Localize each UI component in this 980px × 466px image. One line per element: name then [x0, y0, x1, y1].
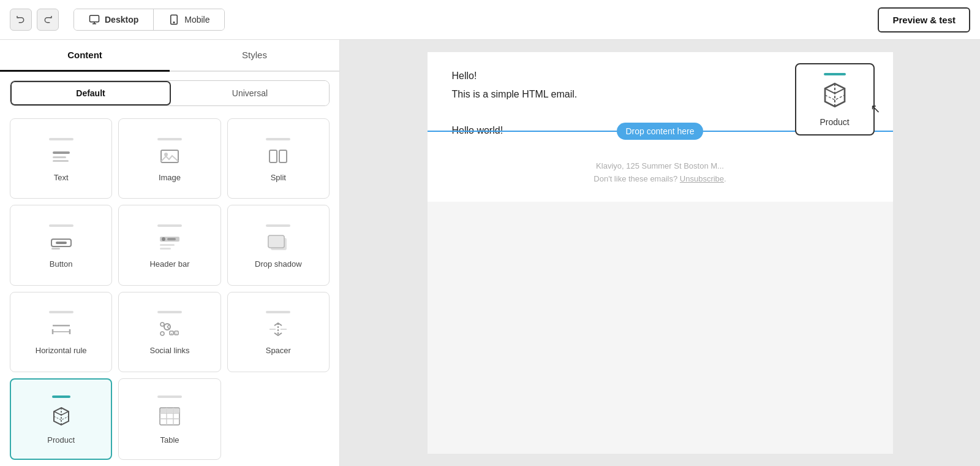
block-button[interactable]: Button — [10, 205, 112, 285]
block-header-bar-label: Header bar — [149, 259, 189, 269]
block-split[interactable]: Split — [227, 118, 330, 199]
block-spacer-bar — [266, 311, 290, 313]
svg-rect-30 — [170, 331, 173, 335]
block-table-label: Table — [160, 435, 179, 445]
block-text-bar — [49, 138, 74, 140]
block-image-label: Image — [159, 173, 181, 182]
desktop-label: Desktop — [105, 15, 138, 25]
svg-point-4 — [173, 22, 175, 23]
email-footer: Klaviyo, 125 Summer St Boston M... Don't… — [428, 149, 893, 202]
button-icon — [50, 234, 73, 254]
mobile-label: Mobile — [184, 15, 209, 25]
undo-button[interactable] — [10, 9, 32, 31]
block-drop-shadow[interactable]: Drop shadow — [227, 205, 330, 285]
block-horizontal-rule-label: Horizontal rule — [36, 346, 87, 355]
block-product-label: Product — [47, 435, 75, 445]
block-product[interactable]: Product — [10, 378, 112, 460]
svg-point-29 — [160, 332, 164, 335]
mode-default-button[interactable]: Default — [10, 81, 171, 105]
social-links-icon: f — [159, 321, 181, 341]
footer-address: Klaviyo, 125 Summer St Boston M... — [452, 161, 869, 170]
svg-rect-11 — [279, 150, 287, 162]
desktop-view-button[interactable]: Desktop — [74, 9, 154, 30]
top-bar: Desktop Mobile Preview & test — [0, 0, 980, 40]
svg-rect-0 — [90, 15, 99, 22]
toolbar-left: Desktop Mobile — [10, 9, 225, 31]
email-container: Hello! This is a simple HTML email. Hell… — [428, 52, 893, 454]
text-icon — [51, 148, 71, 168]
svg-rect-17 — [167, 238, 176, 240]
email-row: Hello world! Drop content here — [428, 112, 893, 149]
spacer-icon — [267, 321, 289, 341]
product-card-wrapper: Product ↖ — [795, 63, 875, 136]
svg-point-28 — [160, 323, 164, 326]
toolbar-right: Preview & test — [878, 7, 970, 32]
block-image[interactable]: Image — [118, 118, 221, 199]
block-split-bar — [266, 138, 290, 140]
blocks-grid: Text Image — [0, 112, 339, 466]
block-drop-shadow-bar — [266, 224, 290, 227]
svg-rect-13 — [56, 242, 67, 244]
block-header-bar[interactable]: Header bar — [118, 205, 221, 285]
svg-point-16 — [162, 237, 165, 241]
block-image-bar — [157, 138, 182, 140]
mode-universal-button[interactable]: Universal — [171, 81, 329, 105]
block-table-bar — [157, 395, 182, 398]
table-icon — [159, 405, 181, 430]
unsubscribe-link[interactable]: Unsubscribe — [680, 174, 724, 183]
svg-rect-10 — [270, 150, 277, 162]
block-product-bar — [52, 395, 70, 398]
block-social-links-label: Social links — [149, 346, 189, 355]
view-toggle: Desktop Mobile — [74, 9, 225, 31]
block-horizontal-rule[interactable]: Horizontal rule — [10, 292, 112, 372]
block-header-bar-bar — [157, 224, 182, 227]
block-social-links[interactable]: f Social links — [118, 292, 221, 372]
svg-rect-42 — [160, 408, 166, 413]
product-card-icon — [820, 80, 850, 112]
tab-content[interactable]: Content — [0, 40, 170, 72]
split-icon — [268, 148, 288, 168]
block-spacer-label: Spacer — [266, 346, 291, 355]
block-split-label: Split — [271, 173, 286, 182]
product-card[interactable]: Product — [795, 63, 875, 136]
header-bar-icon — [159, 234, 181, 254]
svg-rect-18 — [160, 244, 175, 246]
sidebar-tab-bar: Content Styles — [0, 40, 339, 72]
sidebar: Content Styles Default Universal — [0, 40, 340, 466]
svg-rect-8 — [161, 150, 178, 162]
main-layout: Content Styles Default Universal — [0, 40, 980, 466]
svg-rect-44 — [174, 408, 179, 413]
mobile-view-button[interactable]: Mobile — [154, 9, 224, 30]
svg-rect-14 — [51, 248, 60, 250]
image-icon — [160, 148, 179, 168]
block-text-label: Text — [54, 173, 69, 182]
redo-button[interactable] — [37, 9, 59, 31]
footer-period: . — [724, 174, 726, 183]
product-icon — [50, 405, 72, 430]
svg-rect-5 — [53, 151, 70, 154]
block-drop-shadow-label: Drop shadow — [255, 259, 302, 269]
drop-content-here-label[interactable]: Drop content here — [617, 123, 703, 140]
svg-rect-6 — [53, 156, 66, 158]
tab-styles[interactable]: Styles — [170, 40, 339, 72]
svg-rect-43 — [167, 408, 173, 413]
product-card-label: Product — [820, 117, 849, 127]
mode-toggle: Default Universal — [10, 80, 330, 106]
block-button-bar — [49, 224, 74, 227]
product-card-teal-bar — [824, 73, 846, 75]
svg-rect-7 — [53, 160, 69, 162]
block-button-label: Button — [50, 259, 73, 269]
block-hr-bar — [49, 311, 74, 313]
preview-test-label: Preview & test — [892, 15, 956, 25]
preview-test-button[interactable]: Preview & test — [878, 7, 970, 32]
block-text[interactable]: Text — [10, 118, 112, 199]
drop-shadow-icon — [267, 234, 289, 254]
footer-dont-like-text: Don't like these emails? — [594, 174, 677, 183]
horizontal-rule-icon — [50, 321, 72, 341]
svg-rect-22 — [268, 235, 284, 248]
block-spacer[interactable]: Spacer — [227, 292, 330, 372]
footer-unsub: Don't like these emails? Unsubscribe. — [452, 174, 869, 183]
block-table[interactable]: Table — [118, 378, 221, 460]
svg-rect-19 — [160, 248, 171, 250]
block-social-bar — [157, 311, 182, 313]
